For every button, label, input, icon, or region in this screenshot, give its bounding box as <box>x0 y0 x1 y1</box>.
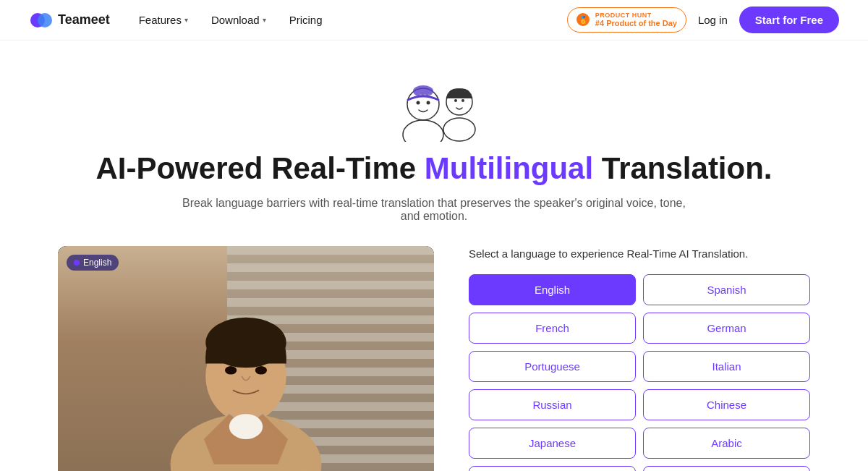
hero-subtitle: Break language barriers with real-time t… <box>181 197 687 223</box>
nav-download[interactable]: Download ▾ <box>211 14 266 26</box>
lang-btn-chinese[interactable]: Chinese <box>643 389 810 420</box>
hero-svg <box>376 55 492 142</box>
svg-point-16 <box>255 366 267 375</box>
lang-btn-vietnamese[interactable]: Vietnamese <box>643 466 810 471</box>
login-button[interactable]: Log in <box>698 14 728 26</box>
lang-selector-title: Select a language to experience Real-Tim… <box>469 246 810 263</box>
nav-features[interactable]: Features ▾ <box>139 14 188 26</box>
svg-point-6 <box>413 85 433 97</box>
lang-btn-portuguese[interactable]: Portuguese <box>469 351 636 382</box>
nav-pricing[interactable]: Pricing <box>289 14 323 26</box>
language-selector: Select a language to experience Real-Tim… <box>469 246 810 471</box>
video-person-area <box>58 246 434 471</box>
svg-point-8 <box>443 118 475 141</box>
nav-links: Features ▾ Download ▾ Pricing <box>139 14 567 26</box>
product-hunt-text: PRODUCT HUNT #4 Product of the Day <box>595 12 677 29</box>
lang-btn-german[interactable]: German <box>643 313 810 344</box>
lang-btn-japanese[interactable]: Japanese <box>469 428 636 459</box>
svg-point-17 <box>229 415 263 440</box>
hero-title: AI-Powered Real-Time Multilingual Transl… <box>95 150 772 187</box>
lang-btn-arabic[interactable]: Arabic <box>643 428 810 459</box>
ph-rank: #4 Product of the Day <box>595 19 677 28</box>
product-hunt-badge[interactable]: 🏅 PRODUCT HUNT #4 Product of the Day <box>567 7 686 33</box>
lang-btn-french[interactable]: French <box>469 313 636 344</box>
language-badge: English <box>67 255 119 271</box>
svg-point-9 <box>454 99 457 102</box>
lang-btn-korean[interactable]: Korean <box>469 466 636 471</box>
main-content: English Select a language to experience … <box>0 246 868 471</box>
lang-btn-spanish[interactable]: Spanish <box>643 274 810 305</box>
hero-title-part2: Translation. <box>593 151 772 185</box>
navbar: Teameet Features ▾ Download ▾ Pricing 🏅 … <box>0 0 868 41</box>
logo[interactable]: Teameet <box>29 9 110 32</box>
video-inner: English <box>58 246 434 471</box>
svg-point-2 <box>403 120 443 142</box>
badge-language-label: English <box>83 258 111 268</box>
download-arrow-icon: ▾ <box>263 16 266 24</box>
start-free-button[interactable]: Start for Free <box>739 7 839 33</box>
hero-section: AI-Powered Real-Time Multilingual Transl… <box>0 41 868 246</box>
logo-text: Teameet <box>58 12 110 27</box>
product-hunt-icon: 🏅 <box>576 13 590 26</box>
hero-title-highlight: Multilingual <box>425 151 593 185</box>
ph-label: PRODUCT HUNT <box>595 12 677 20</box>
svg-point-4 <box>417 101 420 105</box>
badge-dot-icon <box>74 260 80 266</box>
hero-title-part1: AI-Powered Real-Time <box>95 151 424 185</box>
svg-point-15 <box>225 366 237 375</box>
lang-btn-russian[interactable]: Russian <box>469 389 636 420</box>
download-label: Download <box>211 14 260 26</box>
video-frame: English <box>58 246 434 471</box>
features-arrow-icon: ▾ <box>184 16 188 24</box>
svg-point-5 <box>427 101 430 105</box>
language-grid: EnglishSpanishFrenchGermanPortugueseItal… <box>469 274 810 471</box>
svg-point-10 <box>461 99 464 102</box>
video-container: English <box>58 246 434 471</box>
lang-btn-italian[interactable]: Italian <box>643 351 810 382</box>
nav-right: 🏅 PRODUCT HUNT #4 Product of the Day Log… <box>567 7 839 33</box>
hero-illustration <box>376 55 492 142</box>
logo-icon <box>29 9 52 32</box>
lang-btn-english[interactable]: English <box>469 274 636 305</box>
video-person-svg <box>58 246 434 471</box>
features-label: Features <box>139 14 182 26</box>
pricing-label: Pricing <box>289 14 323 26</box>
svg-point-1 <box>38 13 52 27</box>
